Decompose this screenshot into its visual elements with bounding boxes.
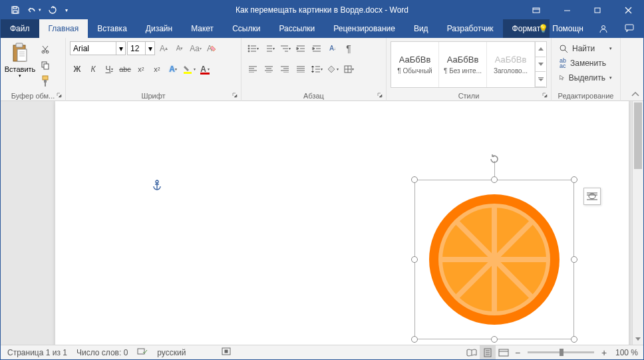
resize-handle-bottom-left[interactable] bbox=[411, 336, 418, 343]
shading-button[interactable]: ▾ bbox=[325, 62, 340, 77]
styles-expand[interactable] bbox=[536, 72, 546, 87]
borders-button[interactable]: ▾ bbox=[341, 62, 356, 77]
italic-button[interactable]: К bbox=[86, 62, 100, 77]
tab-design[interactable]: Дизайн bbox=[136, 19, 182, 38]
select-button[interactable]: Выделить▾ bbox=[556, 71, 616, 85]
line-spacing-button[interactable]: ▾ bbox=[309, 62, 324, 77]
underline-button[interactable]: Ч▾ bbox=[102, 62, 116, 77]
resize-handle-top-left[interactable] bbox=[411, 176, 418, 183]
tab-insert[interactable]: Вставка bbox=[88, 19, 136, 38]
clear-format-button[interactable]: A bbox=[204, 41, 219, 56]
layout-options-button[interactable] bbox=[583, 188, 601, 205]
font-name-combo[interactable]: Arial▾ bbox=[70, 41, 126, 55]
resize-handle-right[interactable] bbox=[571, 256, 577, 263]
collapse-ribbon-button[interactable] bbox=[631, 90, 639, 99]
maximize-button[interactable] bbox=[582, 1, 613, 19]
svg-point-24 bbox=[248, 45, 249, 47]
rotation-handle[interactable] bbox=[488, 153, 500, 167]
strikethrough-button[interactable]: abc bbox=[118, 62, 132, 77]
font-launcher[interactable] bbox=[230, 90, 240, 100]
close-button[interactable] bbox=[613, 1, 643, 19]
increase-indent-button[interactable] bbox=[309, 41, 324, 56]
cut-button[interactable] bbox=[38, 43, 53, 56]
superscript-button[interactable]: x2 bbox=[150, 62, 164, 77]
shrink-font-button[interactable]: A▾ bbox=[172, 41, 187, 56]
font-size-combo[interactable]: 12▾ bbox=[127, 41, 155, 55]
word-count[interactable]: Число слов: 0 bbox=[77, 348, 128, 357]
zoom-slider-thumb[interactable] bbox=[560, 349, 564, 356]
resize-handle-left[interactable] bbox=[411, 256, 418, 263]
tab-references[interactable]: Ссылки bbox=[223, 19, 269, 38]
align-left-button[interactable] bbox=[245, 62, 260, 77]
format-painter-button[interactable] bbox=[38, 75, 53, 88]
tab-mailings[interactable]: Рассылки bbox=[269, 19, 324, 38]
find-button[interactable]: Найти▾ bbox=[556, 41, 616, 56]
subscript-button[interactable]: x2 bbox=[134, 62, 148, 77]
tab-file[interactable]: Файл bbox=[1, 19, 39, 38]
vertical-scrollbar[interactable] bbox=[632, 101, 643, 345]
align-right-button[interactable] bbox=[277, 62, 292, 77]
print-layout-button[interactable] bbox=[480, 345, 496, 360]
scroll-down-button[interactable] bbox=[633, 333, 643, 345]
style-no-spacing[interactable]: АаБбВв¶ Без инте... bbox=[439, 42, 487, 87]
sort-button[interactable]: A↓ bbox=[325, 41, 340, 56]
minimize-button[interactable] bbox=[552, 1, 582, 19]
tab-view[interactable]: Вид bbox=[404, 19, 438, 38]
grow-font-button[interactable]: A▴ bbox=[156, 41, 171, 56]
font-color-button[interactable]: A▾ bbox=[198, 62, 212, 77]
resize-handle-top[interactable] bbox=[491, 176, 498, 183]
account-button[interactable] bbox=[590, 19, 617, 38]
spell-check-icon[interactable] bbox=[137, 347, 148, 358]
tab-home[interactable]: Главная bbox=[39, 19, 88, 38]
picture-selection[interactable] bbox=[414, 180, 574, 339]
scrollbar-thumb[interactable] bbox=[634, 102, 642, 169]
svg-point-65 bbox=[560, 45, 565, 51]
bullets-button[interactable]: ▾ bbox=[245, 41, 260, 56]
paragraph-launcher[interactable] bbox=[375, 90, 385, 100]
language-label[interactable]: русский bbox=[157, 348, 186, 357]
anchor-icon[interactable] bbox=[152, 180, 162, 192]
qat-customize-button[interactable]: ▾ bbox=[62, 1, 71, 19]
inserted-picture[interactable] bbox=[426, 192, 562, 327]
styles-scroll-down[interactable] bbox=[536, 57, 546, 73]
zoom-level[interactable]: 100 % bbox=[615, 348, 638, 357]
paste-button[interactable]: Вставить ▾ bbox=[5, 40, 35, 88]
show-paragraph-button[interactable]: ¶ bbox=[341, 41, 356, 56]
decrease-indent-button[interactable] bbox=[293, 41, 308, 56]
text-effects-button[interactable]: A▾ bbox=[166, 62, 180, 77]
zoom-out-button[interactable]: − bbox=[512, 345, 524, 360]
tab-layout[interactable]: Макет bbox=[182, 19, 223, 38]
comments-button[interactable] bbox=[617, 19, 643, 38]
numbering-button[interactable]: ▾ bbox=[261, 41, 276, 56]
tell-me-button[interactable]: 💡Помощн bbox=[532, 24, 590, 33]
multilevel-button[interactable]: ▾ bbox=[277, 41, 292, 56]
resize-handle-bottom-right[interactable] bbox=[571, 336, 577, 343]
web-layout-button[interactable] bbox=[496, 345, 512, 360]
style-normal[interactable]: АаБбВв¶ Обычный bbox=[391, 42, 439, 87]
tab-developer[interactable]: Разработчик bbox=[438, 19, 503, 38]
copy-button[interactable] bbox=[38, 59, 53, 72]
zoom-in-button[interactable]: + bbox=[598, 345, 610, 360]
bold-button[interactable]: Ж bbox=[70, 62, 84, 77]
macro-icon[interactable] bbox=[222, 347, 231, 357]
clipboard-launcher[interactable] bbox=[55, 90, 64, 100]
redo-button[interactable] bbox=[43, 1, 62, 19]
zoom-slider[interactable] bbox=[528, 351, 594, 353]
styles-scroll-up[interactable] bbox=[536, 42, 546, 57]
page[interactable] bbox=[55, 101, 629, 345]
read-mode-button[interactable] bbox=[464, 345, 480, 360]
undo-button[interactable]: ▾ bbox=[25, 1, 43, 19]
resize-handle-bottom[interactable] bbox=[491, 336, 498, 343]
style-heading1[interactable]: АаБбВвЗаголово... bbox=[487, 42, 535, 87]
tab-review[interactable]: Рецензирование bbox=[324, 19, 404, 38]
replace-button[interactable]: abacЗаменить bbox=[556, 56, 616, 71]
highlight-button[interactable]: ▾ bbox=[182, 62, 196, 77]
page-count[interactable]: Страница 1 из 1 bbox=[7, 348, 67, 357]
change-case-button[interactable]: Aa▾ bbox=[188, 41, 203, 56]
ribbon-display-button[interactable] bbox=[521, 1, 552, 19]
save-button[interactable] bbox=[6, 1, 25, 19]
styles-launcher[interactable] bbox=[540, 90, 550, 100]
align-center-button[interactable] bbox=[261, 62, 276, 77]
resize-handle-top-right[interactable] bbox=[571, 176, 577, 183]
justify-button[interactable] bbox=[293, 62, 308, 77]
